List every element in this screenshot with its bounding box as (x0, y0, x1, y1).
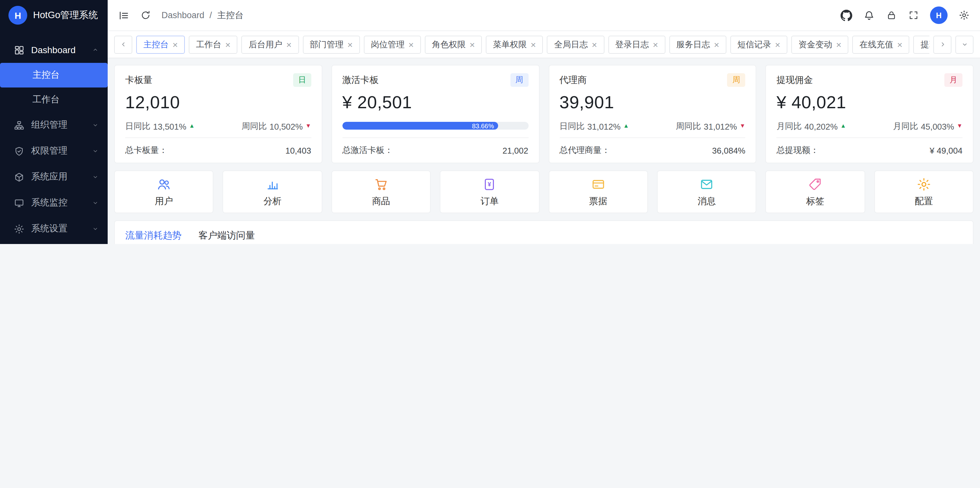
close-icon[interactable]: × (531, 40, 536, 49)
quick-action-分析[interactable]: 分析 (223, 170, 322, 213)
svg-text:¥: ¥ (488, 181, 492, 187)
app-title: HotGo管理系统 (33, 9, 98, 21)
sidebar-item-label: 权限管理 (31, 145, 91, 157)
breadcrumb-root[interactable]: Dashboard (162, 10, 204, 20)
stat-card-footer-label: 总代理商量： (559, 144, 610, 156)
route-tab[interactable]: 资金变动× (791, 35, 848, 54)
route-tab[interactable]: 菜单权限× (486, 35, 543, 54)
ticket-icon (590, 177, 605, 192)
stat-card-metrics: 月同比40,202%▲月同比45,003%▼ (777, 120, 963, 132)
stat-card: 激活卡板周¥ 20,50183.66%总激活卡板：21,002 (331, 65, 539, 163)
tabs-scroll-right-button[interactable] (933, 35, 951, 54)
close-icon[interactable]: × (172, 40, 178, 49)
trend-down-icon: ▼ (305, 122, 311, 129)
tabs-scroll-left-button[interactable] (114, 35, 132, 54)
app-logo-icon: H (8, 6, 27, 25)
user-avatar[interactable]: H (930, 6, 948, 24)
stat-card-title: 卡板量 (125, 74, 153, 86)
sidebar-subitem-console[interactable]: 主控台 (0, 63, 108, 87)
route-tab[interactable]: 主控台× (136, 35, 185, 54)
notifications-bell-icon[interactable] (863, 10, 875, 21)
route-tab[interactable]: 角色权限× (425, 35, 482, 54)
close-icon[interactable]: × (225, 40, 230, 49)
close-icon[interactable]: × (469, 40, 475, 49)
tag-icon (808, 177, 823, 192)
chevron-down-icon (91, 225, 99, 233)
refresh-icon[interactable] (140, 10, 151, 21)
chart-tab-label: 流量消耗趋势 (125, 230, 181, 241)
metric-value: 31,012% (587, 122, 621, 131)
quick-action-订单[interactable]: ¥订单 (440, 170, 539, 213)
sidebar-subitem-workbench[interactable]: 工作台 (0, 87, 108, 112)
stat-card-title: 代理商 (559, 74, 587, 86)
close-icon[interactable]: × (775, 40, 780, 49)
chart-tab-label: 客户端访问量 (199, 230, 255, 241)
route-tab-label: 部门管理 (310, 38, 344, 50)
tabs-menu-button[interactable] (955, 35, 974, 54)
stat-card-badge: 日 (293, 73, 311, 87)
chevron-down-icon (91, 173, 99, 181)
sidebar-item-label: Dashboard (31, 45, 91, 55)
route-tab[interactable]: 服务日志× (669, 35, 726, 54)
route-tab[interactable]: 工作台× (189, 35, 237, 54)
github-icon[interactable] (840, 10, 852, 21)
close-icon[interactable]: × (897, 40, 902, 49)
route-tab[interactable]: 登录日志× (608, 35, 665, 54)
close-icon[interactable]: × (653, 40, 658, 49)
quick-action-用户[interactable]: 用户 (114, 170, 214, 213)
settings-gear-icon[interactable] (959, 10, 970, 21)
route-tab[interactable]: 短信记录× (730, 35, 788, 54)
quick-action-配置[interactable]: 配置 (874, 170, 974, 213)
metric-label: 月同比 (893, 120, 918, 132)
sidebar-item-label: 组织管理 (31, 119, 91, 131)
chevron-up-icon (91, 46, 99, 54)
sidebar-item-dashboard[interactable]: Dashboard (0, 37, 108, 63)
route-tab[interactable]: 后台用户× (242, 35, 299, 54)
close-icon[interactable]: × (347, 40, 353, 49)
route-tab[interactable]: 提现管理× (913, 35, 929, 54)
close-icon[interactable]: × (592, 40, 597, 49)
stat-card-value: 39,901 (559, 93, 746, 113)
stat-cards-row: 卡板量日12,010日同比13,501%▲周同比10,502%▼总卡板量：10,… (114, 65, 974, 163)
close-icon[interactable]: × (836, 40, 841, 49)
sidebar-item-plugin-app[interactable]: 插件应用 (0, 242, 108, 244)
route-tab[interactable]: 岗位管理× (364, 35, 421, 54)
stat-card: 代理商周39,901日同比31,012%▲周同比31,012%▼总代理商量：36… (548, 65, 757, 163)
route-tab[interactable]: 部门管理× (302, 35, 360, 54)
sidebar-item-perm-manage[interactable]: 权限管理 (0, 138, 108, 164)
chevron-down-icon (91, 199, 99, 207)
progress-label: 83.66% (472, 122, 494, 129)
chart-tab[interactable]: 客户端访问量 (199, 230, 255, 244)
sidebar-logo[interactable]: H HotGo管理系统 (0, 0, 108, 30)
org-icon (14, 120, 25, 131)
close-icon[interactable]: × (714, 40, 719, 49)
route-tab[interactable]: 在线充值× (853, 35, 910, 54)
route-tab-label: 资金变动 (799, 38, 832, 50)
bar-chart-icon (265, 177, 280, 192)
sidebar-item-label: 系统应用 (31, 171, 91, 183)
trend-up-icon: ▲ (840, 122, 846, 129)
route-tab[interactable]: 全局日志× (547, 35, 604, 54)
route-tab-label: 短信记录 (737, 38, 771, 50)
lock-screen-icon[interactable] (886, 10, 897, 21)
menu-collapse-icon[interactable] (118, 10, 130, 21)
stat-card-value: 12,010 (125, 93, 311, 113)
sidebar-item-sys-app[interactable]: 系统应用 (0, 164, 108, 190)
sidebar-item-sys-setting[interactable]: 系统设置 (0, 216, 108, 242)
sidebar-item-sys-monitor[interactable]: 系统监控 (0, 190, 108, 216)
quick-action-票据[interactable]: 票据 (548, 170, 648, 213)
close-icon[interactable]: × (409, 40, 414, 49)
quick-action-label: 订单 (480, 195, 499, 207)
cube-icon (14, 171, 25, 182)
quick-action-标签[interactable]: 标签 (766, 170, 865, 213)
quick-action-商品[interactable]: 商品 (331, 170, 431, 213)
metric-value: 40,202% (805, 122, 838, 131)
route-tab-label: 在线充值 (860, 38, 893, 50)
fullscreen-icon[interactable] (908, 10, 919, 21)
route-tab-label: 工作台 (196, 38, 221, 50)
quick-action-消息[interactable]: 消息 (657, 170, 757, 213)
chart-tab[interactable]: 流量消耗趋势 (125, 230, 181, 244)
close-icon[interactable]: × (286, 40, 291, 49)
stat-card-footer-label: 总卡板量： (125, 144, 167, 156)
sidebar-item-org-manage[interactable]: 组织管理 (0, 112, 108, 138)
